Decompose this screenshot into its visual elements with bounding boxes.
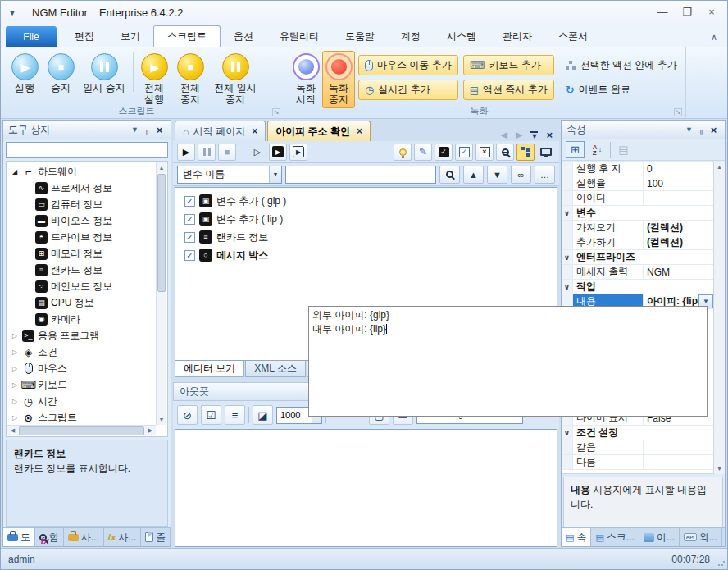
chevron-down-icon[interactable]: ▼ [129, 125, 141, 134]
close-tab-icon[interactable]: × [357, 125, 362, 137]
tree-item-processor-info[interactable]: ∿ 프로세서 정보 [7, 180, 156, 196]
scroll-right-icon[interactable]: ▶ [145, 427, 156, 434]
property-row[interactable]: 가져오기(컬렉션) [562, 221, 713, 235]
property-row[interactable]: 아이디 [562, 191, 713, 206]
tab-image[interactable]: 이... [639, 528, 680, 546]
tree-item-bios-info[interactable]: ▬ 바이오스 정보 [7, 212, 156, 229]
pin-icon[interactable]: ╥ [695, 125, 708, 134]
toolbox-search-input[interactable] [6, 142, 168, 158]
properties-scrollbar[interactable]: ▲ ▼ [713, 162, 725, 474]
resize-grip[interactable] [717, 559, 726, 567]
tab-functions[interactable]: fx 함 [35, 528, 64, 546]
menu-tab-system[interactable]: 시스템 [434, 26, 489, 47]
run-selected-button[interactable]: ▶ [269, 144, 287, 161]
menu-tab-admin[interactable]: 관리자 [489, 26, 545, 47]
add-action-now-button[interactable]: 액션 즉시 추가 [463, 80, 554, 100]
property-row[interactable]: 같음 [562, 440, 713, 455]
checkbox-checked-icon[interactable]: ✓ [184, 232, 195, 243]
event-complete-button[interactable]: 이벤트 완료 [559, 80, 684, 100]
tree-item-script[interactable]: ▷ ⊙ 스크립트 [7, 409, 156, 425]
collapse-ribbon-icon[interactable]: ∧ [711, 32, 717, 43]
more-options-button[interactable]: … [535, 166, 555, 184]
expander-closed-icon[interactable]: ▷ [11, 398, 19, 405]
property-category[interactable]: ∨변수 [562, 206, 713, 221]
chevron-down-icon[interactable]: ▼ [683, 125, 695, 134]
eraser-button[interactable]: ◪ [253, 405, 273, 425]
check-all-button[interactable]: ✓ [435, 144, 453, 161]
menu-tab-file[interactable]: File [6, 26, 57, 47]
add-realtime-button[interactable]: 실시간 추가 [358, 80, 458, 100]
word-wrap-button[interactable]: ≡ [225, 405, 245, 425]
property-row[interactable]: 실행 후 지0 [562, 162, 713, 176]
run-button[interactable]: 실행 [6, 51, 43, 97]
tree-item-camera[interactable]: ◉ 카메라 [7, 311, 156, 327]
chevron-collapse-icon[interactable]: ∨ [562, 206, 573, 220]
stop-button[interactable]: ■ [218, 144, 236, 161]
nav-back-icon[interactable]: ◀ [501, 130, 507, 140]
menu-tab-sponsor[interactable]: 스폰서 [545, 26, 601, 47]
edit-button[interactable] [414, 144, 432, 161]
expander-closed-icon[interactable]: ▷ [11, 381, 19, 389]
tree-item-mainboard-info[interactable]: ⁘ 메인보드 정보 [7, 278, 156, 294]
delete-action-button[interactable]: × [475, 144, 494, 161]
tab-custom-toolbox[interactable]: 사... [64, 528, 104, 546]
tab-external-api[interactable]: API 외... [680, 528, 722, 546]
tab-favorites[interactable]: 즐 [141, 528, 171, 546]
scroll-left-icon[interactable]: ◀ [7, 427, 18, 434]
buffer-size-input[interactable] [277, 410, 312, 420]
tree-item-lancard-info[interactable]: ≡ 랜카드 정보 [7, 262, 156, 278]
run-all-button[interactable]: 전체 실행 [136, 51, 172, 108]
property-row[interactable]: 다름 [562, 455, 713, 470]
pin-icon[interactable]: ╥ [141, 125, 153, 134]
hint-button[interactable] [394, 144, 412, 161]
stop-button[interactable]: 중지 [43, 51, 78, 97]
chevron-collapse-icon[interactable]: ∨ [562, 250, 573, 264]
pause-all-button[interactable]: 전체 일시 중지 [208, 51, 262, 108]
tree-item-keyboard[interactable]: ▷ ⌨ 키보드 [7, 376, 156, 393]
tree-view-button[interactable] [516, 144, 535, 161]
expander-open-icon[interactable]: ◢ [11, 168, 19, 176]
tree-horizontal-scrollbar[interactable]: ◀ ▶ [7, 425, 156, 435]
add-mouse-move-button[interactable]: 마우스 이동 추가 [358, 55, 458, 75]
tab-editor-view[interactable]: 에디터 보기 [175, 361, 244, 377]
menu-tab-view[interactable]: 보기 [107, 26, 153, 47]
variable-search-input[interactable] [285, 166, 436, 184]
tab-toolbox[interactable]: 도 [3, 528, 35, 546]
action-row-lancard-info[interactable]: ✓ ≡ 랜카드 정보 [175, 228, 557, 246]
tree-item-time[interactable]: ▷ ◷ 시간 [7, 393, 156, 409]
content-value-editor-popup[interactable]: 외부 아이피: {gip} 내부 아이피: {lip} [308, 306, 708, 417]
chevron-collapse-icon[interactable]: ∨ [562, 426, 573, 440]
tree-item-drive-info[interactable]: ◓ 드라이브 정보 [7, 229, 156, 245]
tree-item-mouse[interactable]: ▷ 마우스 [7, 360, 156, 376]
tree-item-cpu-info[interactable]: ▤ CPU 정보 [7, 294, 156, 311]
scroll-down-icon[interactable]: ▼ [157, 414, 166, 425]
maximize-button[interactable]: ❐ [675, 2, 699, 21]
scrollbar-thumb[interactable] [157, 174, 166, 292]
categorized-view-button[interactable]: ⊞ [566, 141, 585, 158]
expander-closed-icon[interactable]: ▷ [11, 332, 19, 340]
tab-list-icon[interactable]: ▼ [530, 131, 538, 139]
tree-item-memory-info[interactable]: ⊞ 메모리 정보 [7, 245, 156, 262]
property-category[interactable]: ∨작업 [562, 280, 713, 294]
property-category[interactable]: ∨조건 설정 [562, 426, 713, 440]
add-inside-selected-action-button[interactable]: 선택한 액션 안에 추가 [559, 55, 684, 75]
property-pages-button[interactable]: ▤ [614, 141, 633, 158]
tab-ip-check[interactable]: 아이피 주소 확인 × [267, 121, 371, 141]
sort-az-button[interactable]: AZ↓ [588, 141, 607, 158]
checkbox-checked-icon[interactable]: ✓ [184, 196, 195, 207]
scrollbar-thumb[interactable] [19, 426, 144, 435]
expander-closed-icon[interactable]: ▷ [11, 414, 19, 422]
tree-vertical-scrollbar[interactable]: ▲ ▼ [156, 162, 166, 425]
property-row[interactable]: 실행율100 [562, 176, 713, 191]
chevron-down-icon[interactable]: ▼ [269, 166, 281, 183]
monitor-button[interactable] [537, 144, 555, 161]
action-row-add-var-lip[interactable]: ✓ ▣ 변수 추가 ( lip ) [175, 210, 557, 228]
checkbox-checked-icon[interactable]: ✓ [184, 214, 195, 225]
menu-tab-edit[interactable]: 편집 [61, 26, 107, 47]
clear-output-button[interactable]: ⊘ [177, 405, 198, 425]
uncheck-all-button[interactable]: ✓ [455, 144, 473, 161]
add-keyboard-button[interactable]: 키보드 추가 [463, 55, 554, 75]
tab-custom-functions[interactable]: fx 사... [104, 528, 142, 546]
menu-tab-account[interactable]: 계정 [388, 26, 434, 47]
menu-tab-options[interactable]: 옵션 [221, 26, 266, 47]
